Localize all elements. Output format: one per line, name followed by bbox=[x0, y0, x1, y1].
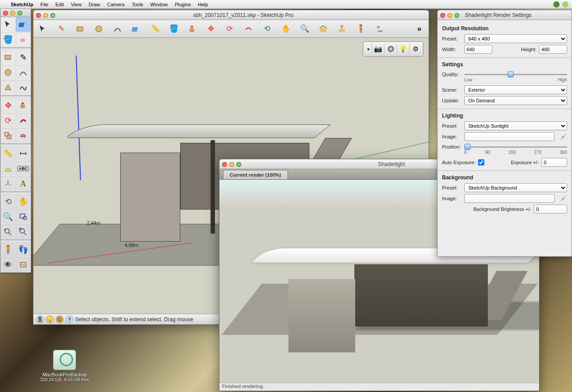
height-input[interactable] bbox=[539, 45, 567, 54]
menu-camera[interactable]: Camera bbox=[107, 2, 125, 7]
menu-plugins[interactable]: Plugins bbox=[175, 2, 191, 7]
settings-min-button[interactable] bbox=[447, 13, 452, 18]
paint-bucket-tool[interactable]: 🪣 bbox=[0, 32, 16, 47]
tb-person-tool[interactable]: 🧍 bbox=[355, 23, 366, 35]
tb-shadow-tool[interactable] bbox=[373, 23, 385, 35]
tb-line-tool[interactable]: ✎ bbox=[56, 23, 67, 35]
window-titlebar[interactable]: sbh_20071017_v2011.skp - SketchUp Pro bbox=[33, 10, 429, 20]
tb-paint-tool[interactable]: 🪣 bbox=[168, 23, 179, 35]
bg-preset-select[interactable]: SketchUp Background bbox=[464, 183, 567, 192]
window-min-button[interactable] bbox=[43, 13, 48, 18]
pushpull-tool[interactable] bbox=[16, 98, 31, 113]
tb-zoom-tool[interactable]: 🔍 bbox=[299, 23, 310, 35]
tb-offset-tool[interactable] bbox=[243, 23, 254, 35]
axes-tool[interactable] bbox=[0, 176, 16, 191]
mini-dropdown-button[interactable]: ▾ bbox=[365, 43, 372, 55]
rotate-tool[interactable]: ⟳ bbox=[0, 113, 16, 128]
mini-camera-button[interactable]: 📷 bbox=[372, 43, 384, 55]
settings-close-button[interactable] bbox=[440, 13, 445, 18]
3dtext-tool[interactable]: A bbox=[16, 176, 31, 191]
menu-view[interactable]: View bbox=[71, 2, 81, 7]
desktop-drive-icon[interactable]: MacBookProBackup 320,24 GB, 4,53 GB free bbox=[40, 350, 89, 382]
walk-tool[interactable]: 👣 bbox=[16, 242, 31, 257]
zoom-window-tool[interactable] bbox=[16, 209, 31, 224]
auto-exposure-checkbox[interactable] bbox=[478, 159, 484, 166]
tb-pan-tool[interactable]: ✋ bbox=[280, 23, 292, 35]
app-name[interactable]: SketchUp bbox=[11, 2, 33, 7]
render-tab[interactable]: Current render (100%) bbox=[223, 170, 288, 179]
update-select[interactable]: On Demand bbox=[464, 96, 567, 105]
menu-draw[interactable]: Draw bbox=[89, 2, 100, 7]
sb-bulb-icon[interactable]: 💡 bbox=[46, 315, 54, 323]
settings-max-button[interactable] bbox=[454, 13, 459, 18]
menu-tools[interactable]: Tools bbox=[132, 2, 143, 7]
exposure-input[interactable] bbox=[541, 158, 567, 167]
section-tool[interactable] bbox=[16, 257, 31, 272]
position-slider[interactable]: 0 90 180 270 360 bbox=[464, 143, 567, 151]
menu-help[interactable]: Help bbox=[198, 2, 208, 7]
status-lime-icon[interactable] bbox=[562, 1, 568, 8]
tape-tool[interactable]: 📏 bbox=[0, 146, 16, 161]
bg-brightness-input[interactable] bbox=[534, 205, 567, 214]
dimension-tool[interactable] bbox=[16, 146, 31, 161]
position-camera-tool[interactable]: 🧍 bbox=[0, 242, 16, 257]
look-around-tool[interactable]: 👁 bbox=[0, 257, 16, 272]
tb-circle-tool[interactable] bbox=[93, 23, 105, 35]
arc-tool[interactable] bbox=[16, 65, 31, 80]
offset-tool[interactable] bbox=[16, 128, 31, 143]
tb-rotate-tool[interactable]: ⟳ bbox=[224, 23, 235, 35]
tb-select-tool[interactable] bbox=[37, 23, 49, 35]
light-image-input[interactable] bbox=[464, 132, 555, 141]
render-close-button[interactable] bbox=[222, 162, 227, 167]
menu-edit[interactable]: Edit bbox=[55, 2, 64, 7]
width-input[interactable] bbox=[464, 45, 492, 54]
palette-min-button[interactable] bbox=[10, 11, 15, 16]
tb-overflow-button[interactable]: » bbox=[414, 23, 425, 35]
light-preset-select[interactable]: SketchUp Sunlight bbox=[464, 121, 567, 130]
menu-window[interactable]: Window bbox=[150, 2, 168, 7]
window-max-button[interactable] bbox=[50, 13, 55, 18]
menu-file[interactable]: File bbox=[41, 2, 49, 7]
freehand-tool[interactable] bbox=[16, 80, 31, 95]
tb-tape-tool[interactable]: 📏 bbox=[149, 23, 161, 35]
tb-component-tool[interactable] bbox=[130, 23, 142, 35]
status-green-icon[interactable] bbox=[553, 1, 560, 8]
palette-max-button[interactable] bbox=[17, 11, 22, 16]
select-tool[interactable] bbox=[0, 17, 16, 32]
tb-arc-tool[interactable] bbox=[112, 23, 123, 35]
bg-image-input[interactable] bbox=[464, 194, 555, 203]
scene-select[interactable]: Exterior bbox=[464, 85, 567, 94]
tb-rectangle-tool[interactable] bbox=[74, 23, 86, 35]
line-tool[interactable]: ✎ bbox=[16, 50, 31, 65]
sb-person-icon[interactable]: 👤 bbox=[36, 315, 44, 323]
text-tool[interactable]: ABC bbox=[16, 161, 31, 176]
pan-tool[interactable]: ✋ bbox=[16, 194, 31, 209]
eraser-tool[interactable] bbox=[16, 32, 31, 47]
followme-tool[interactable] bbox=[16, 113, 31, 128]
component-tool[interactable] bbox=[16, 17, 31, 32]
render-min-button[interactable] bbox=[229, 162, 234, 167]
tb-warehouse-tool[interactable] bbox=[317, 23, 329, 35]
zoom-extents-tool[interactable] bbox=[16, 224, 31, 239]
palette-close-button[interactable] bbox=[3, 11, 8, 16]
light-image-picker-button[interactable]: 💉 bbox=[559, 133, 567, 141]
res-preset-select[interactable]: 640 x 480 bbox=[464, 34, 567, 43]
tb-upload-tool[interactable] bbox=[336, 23, 348, 35]
zoom-previous-tool[interactable] bbox=[0, 224, 16, 239]
polygon-tool[interactable] bbox=[0, 80, 16, 95]
window-close-button[interactable] bbox=[36, 13, 41, 18]
rectangle-tool[interactable] bbox=[0, 50, 16, 65]
sb-help-icon[interactable]: ? bbox=[65, 315, 73, 323]
render-max-button[interactable] bbox=[236, 162, 241, 167]
tb-move-tool[interactable]: ✥ bbox=[205, 23, 217, 35]
tb-orbit-tool[interactable]: ⟲ bbox=[261, 23, 273, 35]
mini-material-button[interactable] bbox=[384, 43, 397, 55]
scale-tool[interactable] bbox=[0, 128, 16, 143]
mini-light-button[interactable]: 💡 bbox=[397, 43, 409, 55]
quality-slider[interactable]: LowHigh bbox=[464, 70, 567, 78]
sb-globe-icon[interactable]: G bbox=[56, 315, 64, 323]
move-tool[interactable]: ✥ bbox=[0, 98, 16, 113]
bg-image-picker-button[interactable]: 💉 bbox=[559, 194, 567, 202]
tb-pushpull-tool[interactable] bbox=[187, 23, 198, 35]
circle-tool[interactable] bbox=[0, 65, 16, 80]
